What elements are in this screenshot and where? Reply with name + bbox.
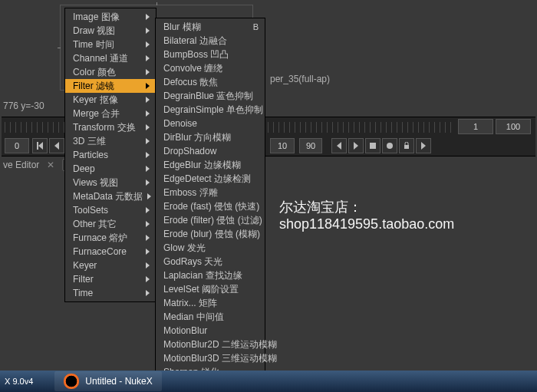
submenu-item[interactable]: Glow 发光 [156, 241, 265, 255]
close-icon[interactable]: ✕ [47, 160, 54, 170]
submenu-arrow-icon [146, 166, 150, 172]
record-button[interactable] [382, 138, 397, 153]
submenu-item[interactable]: Erode (blur) 侵蚀 (模糊) [156, 227, 265, 241]
menu-item[interactable]: 3D 三维 [65, 134, 156, 148]
menu-item[interactable]: Other 其它 [65, 217, 156, 231]
play-back-button[interactable] [331, 138, 347, 153]
frame-range-start-input[interactable]: 1 [458, 119, 493, 134]
submenu-item-label: Glow 发光 [163, 242, 259, 255]
menu-item-label: Filter 滤镜 [73, 80, 141, 93]
menu-item[interactable]: Keyer [65, 259, 156, 272]
menu-item[interactable]: Keyer 抠像 [65, 93, 156, 107]
submenu-item-label: EdgeDetect 边缘检测 [163, 173, 259, 186]
menu-item[interactable]: Color 颜色 [65, 65, 156, 79]
submenu-item[interactable]: DegrainBlue 蓝色抑制 [156, 89, 265, 103]
submenu-item-label: LevelSet 阈阶设置 [163, 283, 259, 296]
submenu-item[interactable]: MotionBlur2D 二维运动模糊 [156, 338, 265, 351]
stop-button[interactable] [365, 138, 381, 153]
submenu-arrow-icon [146, 138, 150, 144]
submenu-arrow-icon [146, 41, 150, 48]
playback-rate-input[interactable]: 90 [299, 138, 322, 153]
submenu-arrow-icon [146, 249, 150, 255]
submenu-item[interactable]: Erode (fast) 侵蚀 (快速) [156, 199, 265, 213]
menu-item[interactable]: MetaData 元数据 [65, 189, 156, 203]
menu-item-label: Particles [73, 150, 141, 160]
submenu-arrow-icon [146, 262, 150, 268]
submenu-item[interactable]: Erode (filter) 侵蚀 (过滤) [156, 213, 265, 227]
menu-item[interactable]: Views 视图 [65, 176, 156, 189]
frame-skip-back-input[interactable]: 0 [5, 138, 29, 153]
watermark-text: 尔达淘宝店：shop118419595.taobao.com [279, 198, 537, 232]
menu-item[interactable]: ToolSets [65, 203, 156, 217]
jump-start-button[interactable] [32, 138, 48, 153]
menu-item[interactable]: Filter [65, 272, 156, 286]
menu-item-label: Time 时间 [73, 38, 141, 51]
menu-item[interactable]: Particles [65, 148, 156, 162]
curve-editor-label: ve Editor [3, 160, 39, 170]
submenu-item-label: Convolve 缠绕 [163, 62, 259, 75]
submenu-item[interactable]: LevelSet 阈阶设置 [156, 282, 265, 296]
frame-range-end-input[interactable]: 100 [496, 119, 531, 134]
menu-item[interactable]: Draw 视图 [65, 24, 156, 38]
submenu-item[interactable]: Denoise [156, 117, 265, 130]
shortcut-label: B [253, 22, 259, 31]
submenu-item[interactable]: MotionBlur [156, 324, 265, 338]
submenu-item-label: MotionBlur [163, 325, 259, 336]
frame-skip-fwd-input[interactable]: 10 [270, 138, 295, 153]
step-back-button[interactable] [49, 138, 64, 153]
play-button[interactable] [348, 138, 364, 153]
submenu-item[interactable]: EdgeDetect 边缘检测 [156, 172, 265, 186]
viewport-format-label: per_35(full-ap) [270, 74, 330, 84]
lock-button[interactable] [399, 138, 414, 153]
menu-item[interactable]: Deep [65, 162, 156, 176]
menu-item[interactable]: Channel 通道 [65, 51, 156, 65]
menu-item[interactable]: Transform 交换 [65, 120, 156, 134]
menu-item[interactable]: FurnaceCore [65, 245, 156, 259]
menu-item-label: Draw 视图 [73, 25, 141, 38]
submenu-item[interactable]: DegrainSimple 单色抑制 [156, 103, 265, 117]
menu-item[interactable]: Time [65, 286, 156, 300]
submenu-item[interactable]: BumpBoss 凹凸 [156, 48, 265, 61]
submenu-item-label: EdgeBlur 边缘模糊 [163, 159, 259, 172]
submenu-item[interactable]: Median 中间值 [156, 310, 265, 324]
submenu-item[interactable]: EdgeBlur 边缘模糊 [156, 158, 265, 172]
submenu-item-label: BumpBoss 凹凸 [163, 48, 259, 61]
submenu-item[interactable]: MotionBlur3D 三维运动模糊 [156, 351, 265, 365]
version-label: X 9.0v4 [5, 377, 33, 386]
menu-item[interactable]: Image 图像 [65, 10, 156, 24]
menu-item-label: Deep [73, 163, 141, 174]
submenu-arrow-icon [146, 207, 150, 213]
submenu-item-label: Erode (blur) 侵蚀 (模糊) [163, 228, 260, 241]
svg-point-1 [387, 143, 393, 149]
submenu-arrow-icon [146, 14, 150, 20]
submenu-item[interactable]: Blur 模糊B [156, 20, 265, 34]
taskbar-app-button[interactable]: Untitled - NukeX [54, 371, 161, 391]
submenu-item[interactable]: Matrix... 矩阵 [156, 296, 265, 310]
submenu-item[interactable]: Bilateral 边融合 [156, 34, 265, 48]
submenu-arrow-icon [146, 69, 150, 75]
filter-submenu: Blur 模糊BBilateral 边融合BumpBoss 凹凸Convolve… [155, 18, 265, 392]
menu-item[interactable]: Time 时间 [65, 38, 156, 51]
submenu-item[interactable]: Emboss 浮雕 [156, 186, 265, 199]
submenu-arrow-icon [146, 221, 150, 227]
svg-rect-2 [404, 145, 409, 149]
menu-item[interactable]: Furnace 熔炉 [65, 231, 156, 245]
submenu-item[interactable]: DirBlur 方向模糊 [156, 130, 265, 144]
menu-item-label: FurnaceCore [73, 246, 141, 257]
nuke-icon [64, 374, 79, 389]
menu-item-label: Channel 通道 [73, 52, 141, 65]
submenu-item[interactable]: Defocus 散焦 [156, 75, 265, 89]
step-fwd-button[interactable] [416, 138, 431, 153]
submenu-item[interactable]: Convolve 缠绕 [156, 61, 265, 75]
submenu-arrow-icon [146, 83, 150, 89]
submenu-arrow-icon [146, 110, 150, 117]
submenu-item[interactable]: DropShadow [156, 144, 265, 158]
submenu-item-label: Blur 模糊 [163, 21, 249, 34]
menu-item[interactable]: Merge 合并 [65, 107, 156, 120]
submenu-item[interactable]: GodRays 天光 [156, 255, 265, 268]
menu-item[interactable]: Filter 滤镜 [65, 79, 156, 93]
submenu-item[interactable]: Laplacian 查找边缘 [156, 268, 265, 282]
submenu-item-label: Defocus 散焦 [163, 76, 259, 89]
menu-item-label: Other 其它 [73, 218, 141, 231]
submenu-item-label: GodRays 天光 [163, 255, 259, 268]
